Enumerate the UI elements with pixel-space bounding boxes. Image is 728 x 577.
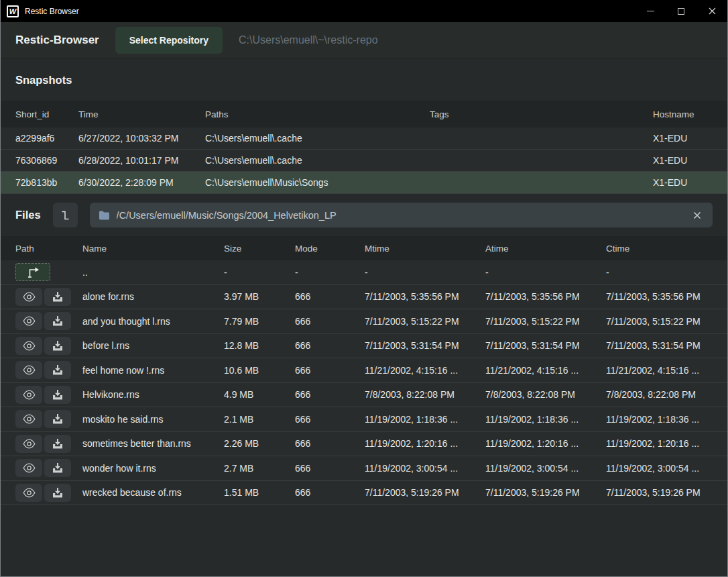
col-hostname: Hostname xyxy=(653,109,713,119)
eye-icon xyxy=(23,292,36,302)
col-short-id: Short_id xyxy=(15,109,78,119)
close-button[interactable] xyxy=(696,0,727,22)
path-breadcrumb[interactable]: /C/Users/emuell/Music/Songs/2004_Helveti… xyxy=(90,203,713,227)
maximize-button[interactable] xyxy=(666,0,696,22)
file-row: feel home now !.rns 10.6 MB 666 11/21/20… xyxy=(1,358,727,383)
eye-icon xyxy=(23,316,36,326)
preview-file-button[interactable] xyxy=(15,459,42,477)
parent-actions xyxy=(15,263,82,281)
file-mode: 666 xyxy=(295,365,365,376)
file-mode: 666 xyxy=(295,340,365,351)
snapshot-row[interactable]: 76306869 6/28/2022, 10:01:17 PM C:\Users… xyxy=(1,150,727,172)
parent-size: - xyxy=(224,267,295,278)
preview-file-button[interactable] xyxy=(15,312,42,330)
go-up-button[interactable] xyxy=(15,263,50,281)
download-file-button[interactable] xyxy=(44,288,71,306)
preview-file-button[interactable] xyxy=(15,410,42,428)
files-section-header: Files /C/Users/emuell/Music/Songs/2004_H… xyxy=(1,194,727,236)
file-mode: 666 xyxy=(295,316,365,327)
download-icon xyxy=(52,439,63,449)
snapshot-time: 6/27/2022, 10:03:32 PM xyxy=(78,133,205,144)
titlebar[interactable]: W Restic Browser xyxy=(1,0,727,22)
snapshot-short-id: a2299af6 xyxy=(15,133,78,144)
up-right-arrow-icon xyxy=(26,266,40,278)
download-file-button[interactable] xyxy=(44,361,71,379)
file-mtime: 11/21/2002, 4:15:16 ... xyxy=(365,365,485,376)
download-file-button[interactable] xyxy=(44,459,71,477)
snapshot-hostname: X1-EDU xyxy=(653,155,713,166)
download-file-button[interactable] xyxy=(44,484,71,502)
snapshot-short-id: 72b813bb xyxy=(15,177,78,188)
file-mode: 666 xyxy=(295,463,365,474)
app-header: Restic-Browser Select Repository C:\User… xyxy=(1,22,727,59)
file-mtime: 7/11/2003, 5:31:54 PM xyxy=(365,340,485,351)
clear-icon xyxy=(693,211,701,219)
col-ctime: Ctime xyxy=(606,244,713,254)
close-icon xyxy=(709,7,716,15)
snapshot-row[interactable]: 72b813bb 6/30/2022, 2:28:09 PM C:\Users\… xyxy=(1,172,727,194)
file-name: before l.rns xyxy=(82,340,224,351)
files-table-header: Path Name Size Mode Mtime Atime Ctime xyxy=(1,236,727,260)
file-row: sometimes better than.rns 2.26 MB 666 11… xyxy=(1,432,727,457)
snapshots-table-header: Short_id Time Paths Tags Hostname xyxy=(1,101,727,127)
col-time: Time xyxy=(78,109,205,119)
eye-icon xyxy=(23,463,36,473)
download-file-button[interactable] xyxy=(44,386,71,404)
file-mtime: 7/11/2003, 5:35:56 PM xyxy=(365,291,485,302)
app-title: Restic-Browser xyxy=(15,34,99,47)
file-name: wonder how it.rns xyxy=(82,463,224,474)
download-file-button[interactable] xyxy=(44,337,71,355)
parent-mode: - xyxy=(295,267,365,278)
file-atime: 7/11/2003, 5:35:56 PM xyxy=(485,291,606,302)
preview-file-button[interactable] xyxy=(15,386,42,404)
preview-file-button[interactable] xyxy=(15,361,42,379)
file-name: Helvikone.rns xyxy=(82,389,224,400)
file-name: feel home now !.rns xyxy=(82,365,224,376)
eye-icon xyxy=(23,365,36,375)
breadcrumb-clear-button[interactable] xyxy=(690,210,704,221)
file-row: Helvikone.rns 4.9 MB 666 7/8/2003, 8:22:… xyxy=(1,383,727,408)
preview-file-button[interactable] xyxy=(15,484,42,502)
file-row: wrecked because of.rns 1.51 MB 666 7/11/… xyxy=(1,481,727,506)
file-atime: 7/8/2003, 8:22:08 PM xyxy=(485,389,606,400)
download-icon xyxy=(52,341,63,351)
file-ctime: 7/11/2003, 5:19:26 PM xyxy=(606,487,713,498)
snapshot-paths: C:\Users\emuell\.cache xyxy=(205,133,430,144)
file-name: alone for.rns xyxy=(82,291,224,302)
file-size: 2.7 MB xyxy=(224,463,295,474)
file-row: and you thought l.rns 7.79 MB 666 7/11/2… xyxy=(1,309,727,334)
window-title: Restic Browser xyxy=(25,7,79,16)
select-repository-button[interactable]: Select Repository xyxy=(115,27,223,54)
snapshot-row[interactable]: a2299af6 6/27/2022, 10:03:32 PM C:\Users… xyxy=(1,127,727,150)
preview-file-button[interactable] xyxy=(15,288,42,306)
file-mtime: 7/11/2003, 5:15:22 PM xyxy=(365,316,485,327)
snapshot-time: 6/28/2022, 10:01:17 PM xyxy=(78,155,205,166)
parent-name: .. xyxy=(82,267,224,278)
minimize-button[interactable] xyxy=(635,0,666,22)
preview-file-button[interactable] xyxy=(15,337,42,355)
col-mtime: Mtime xyxy=(365,244,485,254)
download-file-button[interactable] xyxy=(44,410,71,428)
file-actions xyxy=(15,361,82,379)
file-size: 12.8 MB xyxy=(224,340,295,351)
download-icon xyxy=(52,365,63,375)
file-atime: 11/19/2002, 3:00:54 ... xyxy=(485,463,606,474)
file-mtime: 7/8/2003, 8:22:08 PM xyxy=(365,389,485,400)
file-mtime: 11/19/2002, 1:18:36 ... xyxy=(365,414,485,425)
download-file-button[interactable] xyxy=(44,312,71,330)
download-file-button[interactable] xyxy=(44,435,71,453)
snapshots-title: Snapshots xyxy=(15,74,72,87)
file-atime: 11/21/2002, 4:15:16 ... xyxy=(485,365,606,376)
file-atime: 7/11/2003, 5:31:54 PM xyxy=(485,340,606,351)
download-icon xyxy=(52,463,63,473)
snapshot-short-id: 76306869 xyxy=(15,155,78,166)
file-name: sometimes better than.rns xyxy=(82,438,224,449)
file-actions xyxy=(15,337,82,355)
file-name: moskito he said.rns xyxy=(82,414,224,425)
tree-glyph-icon xyxy=(58,208,72,223)
file-atime: 7/11/2003, 5:19:26 PM xyxy=(485,487,606,498)
file-size: 2.1 MB xyxy=(224,414,295,425)
preview-file-button[interactable] xyxy=(15,435,42,453)
file-tree-mode-button[interactable] xyxy=(53,203,78,227)
file-name: wrecked because of.rns xyxy=(82,487,224,498)
